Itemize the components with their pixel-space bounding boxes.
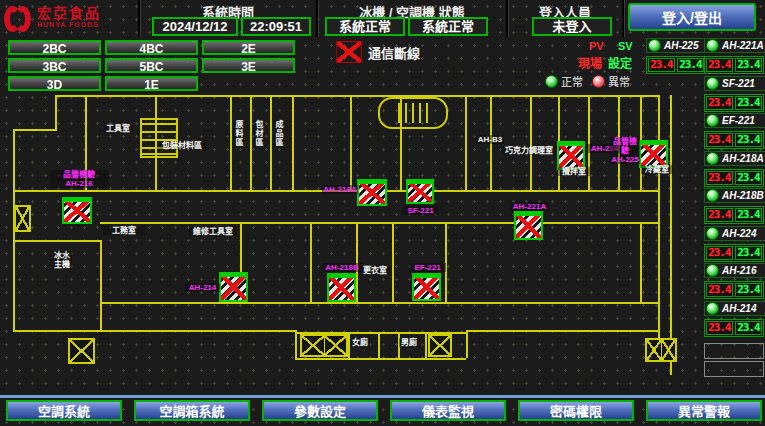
wall [392,222,394,304]
ahu-fault-box-ah-224[interactable] [557,141,585,170]
ahu-plan-label: SF-221 [402,206,439,215]
ahu-temperature-pair: 23.423.4 [704,169,764,187]
floor-button-3d[interactable]: 3D [8,76,101,91]
nav-button-儀表監視[interactable]: 儀表監視 [390,400,506,421]
ahu-plan-label: AH-221A [510,202,549,211]
spare-display-box [704,343,764,359]
nav-button-參數設定[interactable]: 參數設定 [262,400,378,421]
ahu-sv-value: 23.4 [677,58,704,72]
floor-button-3bc[interactable]: 3BC [8,58,101,73]
ahu-temperature-pair: 23.423.4 [704,206,764,224]
system-clock-value: 22:09:51 [241,17,311,36]
shaft-x-icon [428,334,452,357]
nav-button-空調系統[interactable]: 空調系統 [6,400,122,421]
ahu-fault-box-ah-225[interactable] [639,140,668,168]
ahu-plan-label: 品管檢驗 AH-225 [610,137,640,164]
room-label: 包裝材料區 [157,141,207,150]
shaft-x-icon [68,338,95,364]
x-cell [661,340,676,360]
fan-strip [641,142,666,145]
ahu-temperature-pair: 23.423.4 [704,319,764,337]
hmi-root: 宏亞食品 HUNYA FOODS 系統時間 2024/12/12 22:09:5… [0,0,765,426]
wall [670,95,672,375]
ahu-temperature-pair: 23.423.4 [704,94,764,112]
elevator-icon [378,97,448,129]
ahu-plan-label: 品管檢驗 AH-216 [50,170,108,188]
ahu-fault-box-ef-221[interactable] [412,273,441,301]
ahu-status-ah-221a[interactable]: AH-221A [704,38,765,53]
floor-button-3e[interactable]: 3E [202,58,295,73]
wall [270,95,272,192]
ahu-run-led-icon [706,39,719,52]
ahu-status-ah-218b[interactable]: AH-218B [704,188,765,203]
nav-button-空調箱系統[interactable]: 空調箱系統 [134,400,250,421]
ahu-run-led-icon [706,189,719,202]
wall [640,222,642,304]
wall [490,95,492,192]
wall [398,332,400,358]
ahu-fault-box-ah-218a[interactable] [357,179,387,206]
floor-button-5bc[interactable]: 5BC [105,58,198,73]
wall [400,95,402,192]
x-cell [324,336,347,355]
login-logout-button[interactable]: 登入/登出 [628,3,756,31]
shaft-x-icon [300,334,348,357]
ahu-pv-value: 23.4 [706,321,733,335]
room-label: 冰水主機 [52,251,72,269]
ahu-sv-value: 23.4 [735,321,762,335]
ahu-plan-label: EF-221 [409,263,446,272]
wall [250,95,252,192]
ahu-fault-box-ah-218b[interactable] [327,273,356,302]
ahu-run-led-icon [706,77,719,90]
room-label: 工務室 [103,226,145,235]
wall [658,95,660,342]
comm-fail-label: 通信斷線 [368,43,420,62]
ahu-status-ah-224[interactable]: AH-224 [704,226,765,241]
fan-strip [329,275,354,278]
nav-button-密碼權限[interactable]: 密碼權限 [518,400,634,421]
ahu-temperature-pair: 23.423.4 [646,56,706,74]
fan-strip [559,143,583,146]
abnormal-led-icon [592,75,605,88]
room-label: 原料區 [233,120,243,147]
sv-label: SV [618,40,633,52]
sv-name-label: 設定 [608,54,632,71]
ahu-status-ah-225[interactable]: AH-225 [646,38,706,53]
nav-button-異常警報[interactable]: 異常警報 [646,400,762,421]
floor-button-4bc[interactable]: 4BC [105,40,198,55]
ahu-pv-value: 23.4 [648,58,675,72]
ahu-temperature-pair: 23.423.4 [704,281,764,299]
wall [530,95,532,192]
ahu-sv-value: 23.4 [735,133,762,147]
fan-strip [414,275,439,278]
ahu-fault-box-sf-221[interactable] [406,179,434,204]
ahu-name-label: AH-218A [722,153,764,164]
ahu-fault-box-ah-214[interactable] [219,272,248,302]
ac-status-value: 系統正常 [408,17,488,36]
floor-button-1e[interactable]: 1E [105,76,198,91]
wall [310,222,312,304]
ahu-name-label: AH-224 [722,228,756,239]
ahu-sv-value: 23.4 [735,96,762,110]
ahu-run-led-icon [706,302,719,315]
room-label: 維修工具室 [189,227,237,236]
wall [100,302,660,304]
bottom-nav-bar: 空調系統空調箱系統參數設定儀表監視密碼權限異常警報 [0,400,765,426]
ahu-run-led-icon [706,114,719,127]
floor-button-2e[interactable]: 2E [202,40,295,55]
ahu-status-sf-221[interactable]: SF-221 [704,76,765,91]
room-label: 成品區 [273,120,283,147]
ahu-fault-box-ah-221a[interactable] [514,211,543,240]
wall [465,95,467,192]
wall [295,332,466,334]
normal-led-icon [545,75,558,88]
wall [445,222,447,304]
ahu-name-label: AH-216 [722,265,756,276]
ahu-fault-box-ah-216[interactable] [62,197,92,224]
ahu-status-ah-214[interactable]: AH-214 [704,301,765,316]
brand-name: 宏亞食品 [37,7,101,19]
ahu-status-ah-218a[interactable]: AH-218A [704,151,765,166]
ahu-status-ef-221[interactable]: EF-221 [704,113,765,128]
floor-button-2bc[interactable]: 2BC [8,40,101,55]
ahu-status-ah-216[interactable]: AH-216 [704,263,765,278]
